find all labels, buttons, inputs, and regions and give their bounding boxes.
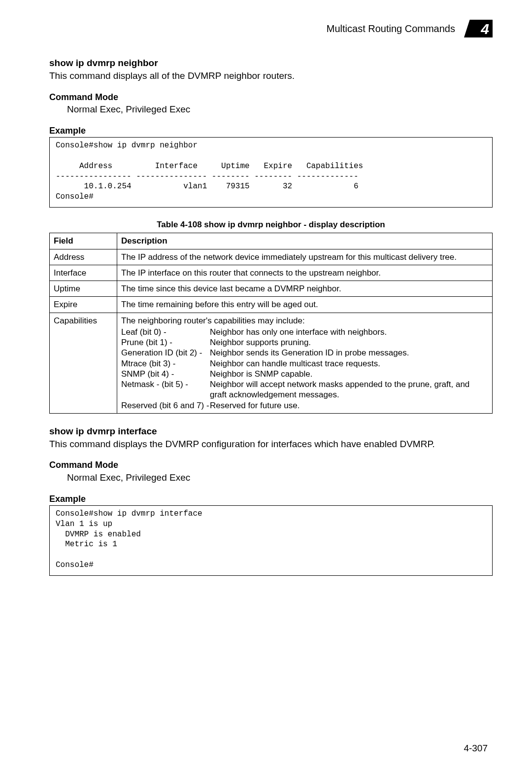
page-number: 4-307 [464, 742, 488, 754]
cap-label: Reserved (bit 6 and 7) - [121, 400, 210, 411]
command-description-interface: This command displays the DVMRP configur… [49, 438, 493, 450]
header-field: Field [50, 233, 117, 249]
desc-cell: The time since this device last became a… [117, 281, 493, 297]
command-heading-interface: show ip dvmrp interface [49, 425, 493, 437]
desc-cell: The IP interface on this router that con… [117, 265, 493, 281]
desc-cell-capabilities: The neighboring router's capabilities ma… [117, 313, 493, 413]
description-table: Field Description Address The IP address… [49, 233, 493, 414]
cap-label: SNMP (bit 4) - [121, 369, 210, 379]
chapter-badge: 4 [464, 20, 493, 37]
desc-cell: The time remaining before this entry wil… [117, 297, 493, 313]
table-row: Uptime The time since this device last b… [50, 281, 493, 297]
command-description-neighbor: This command displays all of the DVMRP n… [49, 70, 493, 82]
cap-meaning: Neighbor sends its Generation ID in prob… [210, 348, 488, 358]
cap-meaning: Neighbor supports pruning. [210, 337, 488, 348]
cap-meaning: Neighbor has only one interface with nei… [210, 327, 488, 337]
cap-label: Mtrace (bit 3) - [121, 358, 210, 369]
command-mode-heading-2: Command Mode [49, 459, 493, 471]
table-caption: Table 4-108 show ip dvmrp neighbor - dis… [49, 219, 493, 230]
cap-meaning: Neighbor will accept network masks appen… [210, 379, 488, 400]
cap-label: Netmask - (bit 5) - [121, 379, 210, 400]
field-cell: Interface [50, 265, 117, 281]
example-heading-1: Example [49, 125, 493, 137]
command-heading-neighbor: show ip dvmrp neighbor [49, 57, 493, 69]
field-cell: Address [50, 249, 117, 265]
cap-meaning: Neighbor is SNMP capable. [210, 369, 488, 379]
capabilities-intro: The neighboring router's capabilities ma… [121, 316, 488, 326]
table-header-row: Field Description [50, 233, 493, 249]
cap-meaning: Reserved for future use. [210, 400, 488, 411]
command-mode-value-2: Normal Exec, Privileged Exec [67, 472, 493, 484]
field-cell: Capabilities [50, 313, 117, 413]
table-row: Interface The IP interface on this route… [50, 265, 493, 281]
cap-label: Leaf (bit 0) - [121, 327, 210, 337]
header-description: Description [117, 233, 493, 249]
cap-label: Prune (bit 1) - [121, 337, 210, 348]
header-title: Multicast Routing Commands [327, 23, 455, 35]
command-mode-value-1: Normal Exec, Privileged Exec [67, 104, 493, 115]
field-cell: Expire [50, 297, 117, 313]
console-output-neighbor: Console#show ip dvmrp neighbor Address I… [49, 137, 493, 208]
console-output-interface: Console#show ip dvmrp interface Vlan 1 i… [49, 505, 493, 576]
table-row-capabilities: Capabilities The neighboring router's ca… [50, 313, 493, 413]
cap-meaning: Neighbor can handle multicast trace requ… [210, 358, 488, 369]
desc-cell: The IP address of the network device imm… [117, 249, 493, 265]
example-heading-2: Example [49, 493, 493, 505]
chapter-number: 4 [481, 20, 489, 38]
cap-label: Generation ID (bit 2) - [121, 348, 210, 358]
capabilities-grid: Leaf (bit 0) - Neighbor has only one int… [121, 327, 488, 411]
table-row: Expire The time remaining before this en… [50, 297, 493, 313]
command-mode-heading-1: Command Mode [49, 92, 493, 103]
table-row: Address The IP address of the network de… [50, 249, 493, 265]
field-cell: Uptime [50, 281, 117, 297]
page-header: Multicast Routing Commands 4 [49, 20, 493, 37]
